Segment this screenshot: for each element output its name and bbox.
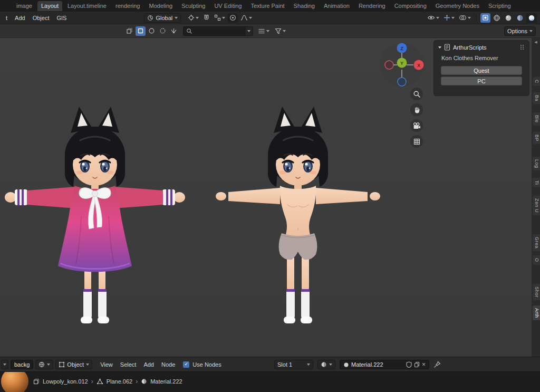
shading-rendered-button[interactable] [526, 13, 537, 23]
camera-view-button[interactable] [410, 119, 423, 132]
chevron-down-icon [451, 17, 455, 19]
filter-dropdown[interactable] [273, 26, 287, 36]
sidebar-tab-o[interactable]: O [533, 255, 540, 265]
search-input[interactable] [183, 26, 245, 36]
pin-icon[interactable] [433, 361, 441, 368]
workspace-tab-shading[interactable]: Shading [290, 1, 319, 11]
shader-world-dropdown[interactable] [35, 360, 53, 369]
wireframe-sphere-icon [493, 14, 500, 22]
workspace-tab-uv-editing[interactable]: UV Editing [210, 1, 245, 11]
toggle-xray-button[interactable] [480, 13, 490, 23]
zoom-button[interactable] [410, 88, 423, 100]
mesh-filter-button[interactable] [147, 26, 157, 36]
browse-material-dropdown[interactable] [317, 360, 335, 369]
copy-icon[interactable] [414, 361, 420, 368]
sidebar-tab-ble[interactable]: Ble [533, 112, 540, 126]
sidebar-tab-log[interactable]: Log [533, 157, 540, 171]
transform-orientation-dropdown[interactable]: Global [144, 13, 181, 23]
workspace-tab-scripting[interactable]: Scripting [485, 1, 515, 11]
chevron-down-icon [86, 364, 89, 366]
editor-type-dropdown[interactable] [1, 360, 8, 369]
sidebar-tab-zen-u[interactable]: Zen U [533, 196, 540, 215]
workspace-tab-geometry-nodes[interactable]: Geometry Nodes [432, 1, 483, 11]
menu-object[interactable]: Object [29, 13, 53, 23]
menu-object-partial[interactable]: t [2, 13, 11, 23]
sidebar-tab-c[interactable]: C [533, 77, 540, 86]
snap-pivot-dropdown[interactable] [186, 13, 200, 23]
workspace-tab-rendering-custom[interactable]: rendering [112, 1, 143, 11]
menu-gis[interactable]: GIS [53, 13, 70, 23]
collection-filter-button[interactable] [124, 26, 134, 36]
object-visibility-dropdown[interactable] [426, 13, 441, 23]
breadcrumb-object[interactable]: Lowpoly_kon.012 [43, 378, 88, 385]
menu-add[interactable]: Add [11, 13, 29, 23]
camera-icon [412, 122, 421, 130]
sidebar-tab-grea[interactable]: Grea [533, 234, 540, 251]
breadcrumb-mesh[interactable]: Plane.062 [107, 378, 133, 385]
breadcrumb-material[interactable]: Material.222 [150, 378, 182, 385]
search-icon [186, 28, 192, 34]
sidebar-tab-ba[interactable]: Ba [533, 92, 540, 104]
3d-viewport[interactable]: Z X Y [0, 38, 532, 357]
proportional-editing-toggle[interactable] [228, 13, 238, 23]
orientation-icon [147, 15, 153, 21]
sidebar-collapse-icon[interactable]: ◀ [534, 40, 537, 47]
axis-minus-x-ball[interactable] [385, 61, 393, 69]
shading-solid-button[interactable] [503, 13, 514, 23]
node-editor-area[interactable]: Lowpoly_kon.012 › Plane.062 › Material.2… [0, 371, 540, 392]
workspace-tab-image[interactable]: image [13, 1, 36, 11]
shading-material-button[interactable] [515, 13, 525, 23]
quest-button[interactable]: Quest [441, 66, 522, 75]
chevron-down-icon [436, 17, 439, 19]
kon-clothes-remover-label: Kon Clothes Remover [434, 53, 529, 64]
id-name-field[interactable]: backg [11, 360, 33, 369]
workspace-tab-animation[interactable]: Animation [320, 1, 353, 11]
panel-expand-icon[interactable] [438, 46, 441, 49]
overlays-dropdown[interactable] [457, 13, 472, 23]
menu-select[interactable]: Select [117, 360, 140, 369]
display-mode-dropdown[interactable] [256, 26, 271, 36]
snap-target-dropdown[interactable] [213, 13, 227, 23]
sidebar-tab-shor[interactable]: Shor [533, 284, 540, 300]
workspace-tab-layout-timeline[interactable]: Layout.timeline [64, 1, 110, 11]
dotted-sphere-filter-button[interactable] [158, 26, 168, 36]
use-nodes-checkbox[interactable]: ✓ [183, 361, 189, 368]
object-data-icon [59, 361, 65, 368]
drag-handle-icon[interactable] [519, 44, 525, 51]
menu-node[interactable]: Node [158, 360, 179, 369]
workspace-tab-compositing[interactable]: Compositing [391, 1, 430, 11]
search-options-dropdown[interactable] [245, 26, 253, 36]
chevron-down-icon [175, 17, 178, 19]
shading-wireframe-button[interactable] [491, 13, 502, 23]
sidebar-tab-arth[interactable]: Arth [533, 305, 540, 321]
slot-label: Slot 1 [277, 361, 292, 368]
shader-type-dropdown[interactable]: Object [55, 360, 92, 369]
unlink-icon[interactable]: × [422, 361, 426, 368]
show-gizmos-dropdown[interactable] [442, 13, 456, 23]
character-undressed[interactable] [216, 107, 380, 323]
workspace-tab-texture-paint[interactable]: Texture Paint [247, 1, 288, 11]
navigation-gizmo[interactable]: Z X Y [375, 41, 428, 90]
workspace-tab-sculpting[interactable]: Sculpting [178, 1, 209, 11]
proportional-falloff-dropdown[interactable] [239, 13, 254, 23]
toggle-perspective-button[interactable] [410, 135, 423, 148]
sidebar-tab-ti[interactable]: Ti [533, 178, 540, 187]
workspace-tab-modeling[interactable]: Modeling [145, 1, 176, 11]
selectable-filter-button[interactable] [136, 26, 146, 36]
fake-user-shield-icon[interactable] [406, 361, 412, 368]
axes-filter-button[interactable] [169, 26, 179, 36]
workspace-tab-layout[interactable]: Layout [37, 1, 62, 11]
snap-toggle[interactable] [201, 13, 211, 23]
pc-button[interactable]: PC [441, 77, 522, 85]
axis-minus-z-ball[interactable] [398, 78, 406, 86]
workspace-tab-rendering[interactable]: Rendering [355, 1, 389, 11]
material-slot-dropdown[interactable]: Slot 1 [274, 360, 313, 369]
menu-add[interactable]: Add [140, 360, 158, 369]
character-dressed[interactable] [5, 107, 185, 323]
pivot-icon [188, 14, 195, 21]
sidebar-tab-bp[interactable]: BP [533, 132, 540, 144]
options-button[interactable]: Options [504, 26, 536, 36]
menu-view[interactable]: View [97, 360, 117, 369]
material-name-field[interactable]: Material.222 × [340, 360, 429, 369]
pan-button[interactable] [410, 103, 423, 116]
